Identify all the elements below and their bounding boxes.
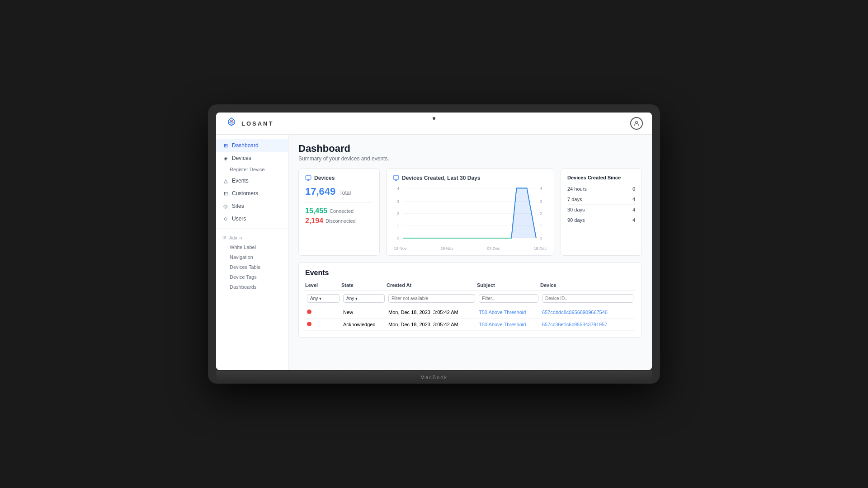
losant-logo-icon (225, 117, 238, 130)
svg-text:3: 3 (540, 199, 542, 204)
sidebar-item-dashboard[interactable]: ⊞ Dashboard (216, 139, 288, 152)
svg-text:4: 4 (540, 186, 542, 191)
sidebar-item-events[interactable]: △ Events (216, 174, 288, 187)
event-level-2 (305, 319, 341, 331)
total-value: 17,649 (305, 186, 335, 197)
total-label: Total (340, 190, 351, 196)
filter-subject-cell (477, 291, 540, 306)
event-state-2: Acknowledged (341, 319, 387, 331)
svg-text:3: 3 (397, 199, 399, 204)
sites-icon: ◎ (222, 203, 229, 209)
chevron-down-icon-2: ▾ (355, 296, 358, 301)
connected-stat: 15,455 Connected (305, 207, 373, 215)
events-title: Events (305, 269, 635, 277)
sidebar-item-navigation[interactable]: Navigation (216, 252, 288, 262)
state-filter[interactable]: Any ▾ (343, 294, 385, 303)
col-device: Device (540, 282, 635, 291)
devices-created-title: Devices Created Since (567, 175, 635, 180)
devices-card-title: Devices (305, 175, 373, 181)
devices-card-icon (305, 175, 311, 181)
chart-x-labels: 19 Nov 29 Nov 09 Dec 18 Dec (393, 246, 547, 251)
event-subject-2: T50 Above Threshold (477, 319, 540, 331)
admin-label: Admin (229, 235, 242, 240)
sidebar-label-events: Events (232, 178, 249, 184)
svg-text:1: 1 (397, 224, 399, 228)
event-device-1: 657cdbdc8c09568909667546 (540, 306, 635, 319)
filter-level-cell: Any ▾ (305, 291, 341, 306)
svg-text:0: 0 (540, 236, 542, 240)
events-table: Level State Created At Sub (305, 282, 635, 331)
total-stat: 17,649 Total (305, 186, 373, 197)
page-subtitle: Summary of your devices and events. (298, 155, 642, 162)
sidebar-label-customers: Customers (232, 190, 258, 197)
table-row: New Mon, Dec 18, 2023, 3:05:42 AM T50 Ab… (305, 306, 635, 319)
svg-point-4 (636, 121, 638, 123)
filter-state-cell: Any ▾ (341, 291, 387, 306)
user-avatar[interactable] (630, 117, 643, 130)
sidebar-label-sites: Sites (232, 203, 244, 209)
page-title: Dashboard (298, 143, 642, 155)
svg-text:2: 2 (540, 211, 542, 216)
event-created-at-1: Mon, Dec 18, 2023, 3:05:42 AM (387, 306, 477, 319)
chart-svg: 4 3 2 1 0 4 3 2 1 0 (393, 186, 547, 244)
svg-rect-7 (393, 176, 399, 179)
main-content: Dashboard Summary of your devices and ev… (288, 135, 652, 370)
filter-device-cell (540, 291, 635, 306)
sidebar-item-white-label[interactable]: White Label (216, 242, 288, 252)
col-level: Level (305, 282, 341, 291)
col-state: State (341, 282, 387, 291)
device-filter[interactable] (542, 294, 633, 303)
connected-value: 15,455 (305, 207, 327, 215)
table-row: Acknowledged Mon, Dec 18, 2023, 3:05:42 … (305, 319, 635, 331)
subject-link-1[interactable]: T50 Above Threshold (479, 310, 526, 315)
event-subject-1: T50 Above Threshold (477, 306, 540, 319)
devices-created-row-24h: 24 hours 0 (567, 184, 635, 194)
chart-icon (393, 175, 399, 181)
devices-chart: 4 3 2 1 0 4 3 2 1 0 (393, 186, 547, 249)
svg-rect-6 (306, 176, 311, 179)
laptop-brand: MacBook (420, 375, 448, 380)
logo-area: LOSANT (225, 117, 274, 130)
devices-created-row-90d: 90 days 4 (567, 215, 635, 225)
dashboard-icon: ⊞ (222, 143, 229, 149)
level-filter[interactable]: Any ▾ (307, 294, 340, 303)
created-at-filter[interactable] (388, 294, 475, 303)
event-created-at-2: Mon, Dec 18, 2023, 3:05:42 AM (387, 319, 477, 331)
admin-section: Admin (216, 233, 288, 242)
chart-card-title: Devices Created, Last 30 Days (393, 175, 547, 181)
red-dot-icon-2 (307, 322, 311, 326)
sidebar-item-customers[interactable]: ⊡ Customers (216, 187, 288, 200)
disconnected-label: Disconnected (326, 218, 356, 224)
filter-row: Any ▾ Any ▾ (305, 291, 635, 306)
sidebar-item-dashboards[interactable]: Dashboards (216, 282, 288, 292)
sidebar-item-register-device[interactable]: Register Device (216, 164, 288, 174)
customers-icon: ⊡ (222, 191, 229, 197)
chevron-down-icon: ▾ (319, 296, 321, 301)
top-header: LOSANT (216, 113, 652, 135)
sidebar-label-dashboard: Dashboard (232, 142, 259, 149)
event-state-1: New (341, 306, 387, 319)
subject-filter[interactable] (479, 294, 538, 303)
sidebar-item-devices[interactable]: ◈ Devices (216, 152, 288, 164)
red-dot-icon (307, 310, 311, 314)
events-icon: △ (222, 178, 229, 184)
events-section: Events Level State (298, 262, 642, 338)
sidebar: ⊞ Dashboard ◈ Devices Register Device △ … (216, 135, 288, 370)
devices-created-row-30d: 30 days 4 (567, 205, 635, 215)
cards-row: Devices 17,649 Total 15,455 Connected (298, 168, 642, 256)
sidebar-item-users[interactable]: ☺ Users (216, 212, 288, 225)
sidebar-item-sites[interactable]: ◎ Sites (216, 200, 288, 212)
filter-created-at-cell (387, 291, 477, 306)
connected-label: Connected (330, 208, 354, 214)
device-link-1[interactable]: 657cdbdc8c09568909667546 (542, 310, 608, 315)
svg-text:4: 4 (397, 186, 399, 191)
device-link-2[interactable]: 657cc36e1c6c955843791957 (542, 322, 607, 327)
col-subject: Subject (477, 282, 540, 291)
sidebar-item-devices-table[interactable]: Devices Table (216, 262, 288, 272)
sidebar-label-users: Users (232, 216, 246, 222)
sidebar-item-device-tags[interactable]: Device Tags (216, 272, 288, 282)
col-created-at: Created At (387, 282, 477, 291)
subject-link-2[interactable]: T50 Above Threshold (479, 322, 526, 327)
svg-marker-23 (511, 188, 536, 238)
logo-text: LOSANT (241, 120, 274, 127)
